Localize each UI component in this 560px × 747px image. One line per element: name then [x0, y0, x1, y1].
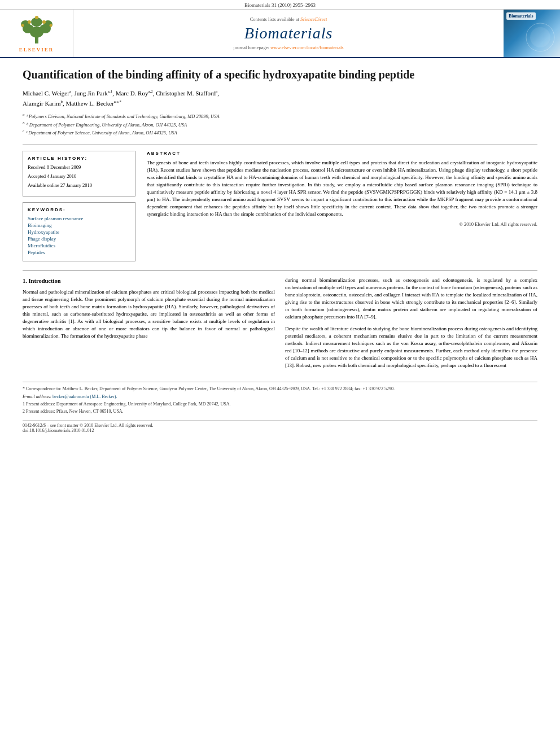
affiliation-c: c ᶜ Department of Polymer Science, Unive… — [23, 128, 537, 137]
article-history-box: Article history: Received 8 December 200… — [23, 151, 135, 196]
svg-point-9 — [21, 24, 24, 27]
affiliation-b: b ᵇ Department of Polymer Engineering, U… — [23, 120, 537, 129]
abstract-section: Abstract The genesis of bone and teeth i… — [147, 151, 537, 261]
footnote-correspondence: * Correspondence to: Matthew L. Becker, … — [23, 386, 537, 392]
svg-point-10 — [49, 24, 52, 27]
left-column: Article history: Received 8 December 200… — [23, 151, 135, 261]
keyword-3[interactable]: Hydroxyapatite — [28, 229, 130, 235]
article-history-label: Article history: — [28, 156, 130, 161]
elsevier-tree-icon — [17, 14, 56, 45]
cover-decoration-icon — [523, 20, 557, 54]
abstract-label: Abstract — [147, 151, 537, 156]
author-park: Jung Jin Parka,1, — [75, 90, 116, 97]
elsevier-logo: ELSEVIER — [17, 14, 56, 53]
accepted-date: Accepted 4 January 2010 — [28, 173, 130, 179]
keyword-1[interactable]: Surface plasmon resonance — [28, 216, 130, 221]
keyword-6[interactable]: Peptides — [28, 250, 130, 255]
intro-heading: 1. Introduction — [23, 277, 275, 285]
issn-line: 0142-9612/$ – see front matter © 2010 El… — [23, 423, 537, 428]
author-weiger: Michael C. Weigera, — [23, 90, 75, 97]
science-direct-line: Contents lists available at ScienceDirec… — [250, 16, 327, 22]
footnote-1: 1 Present address: Department of Aerospa… — [23, 401, 537, 407]
keywords-box: Keywords: Surface plasmon resonance Bioi… — [23, 202, 135, 261]
intro-para-2: during normal biomineralization processe… — [285, 277, 537, 321]
keyword-4[interactable]: Phage display — [28, 236, 130, 242]
article-title: Quantification of the binding affinity o… — [23, 67, 537, 82]
copyright-line: © 2010 Elsevier Ltd. All rights reserved… — [147, 221, 537, 227]
received-info: Received 8 December 2009 — [28, 164, 130, 170]
accepted-info: Accepted 4 January 2010 — [28, 173, 130, 179]
homepage-link[interactable]: www.elsevier.com/locate/biomaterials — [270, 45, 344, 50]
email-label: E-mail address: — [23, 394, 51, 399]
available-date: Available online 27 January 2010 — [28, 182, 130, 188]
journal-homepage: journal homepage: www.elsevier.com/locat… — [233, 45, 343, 50]
journal-citation: Biomaterials 31 (2010) 2955–2963 — [0, 0, 560, 10]
footnote-email: E-mail address: becker@uakron.edu (M.L. … — [23, 394, 537, 400]
svg-point-8 — [42, 20, 46, 24]
svg-point-7 — [28, 20, 31, 24]
affiliation-a: a ᵃ Polymers Division, National Institut… — [23, 112, 537, 120]
author-becker: Matthew L. Beckera,c,* — [66, 100, 121, 107]
received-date: Received 8 December 2009 — [28, 164, 130, 170]
keywords-label: Keywords: — [28, 207, 130, 212]
author-stafford: Christopher M. Stafforda, — [156, 90, 219, 97]
divider-top — [23, 145, 537, 145]
intro-para-1: Normal and pathological mineralization o… — [23, 289, 275, 340]
email-link[interactable]: becker@uakron.edu (M.L. Becker). — [53, 394, 117, 399]
body-col-left: 1. Introduction Normal and pathological … — [23, 277, 275, 374]
doi-line: doi:10.1016/j.biomaterials.2010.01.012 — [23, 428, 537, 433]
affiliations: a ᵃ Polymers Division, National Institut… — [23, 112, 537, 137]
svg-point-13 — [530, 27, 550, 47]
journal-title: Biomaterials — [244, 24, 333, 42]
biomaterials-badge: Biomaterials — [506, 12, 536, 20]
keyword-5[interactable]: Microfluidics — [28, 243, 130, 248]
author-roy: Marc D. Roya,2, — [116, 90, 156, 97]
body-col-right: during normal biomineralization processe… — [285, 277, 537, 374]
article-info-abstract-section: Article history: Received 8 December 200… — [23, 151, 537, 261]
author-karim: Alamgir Karimb, — [23, 100, 66, 107]
body-section: 1. Introduction Normal and pathological … — [23, 277, 537, 374]
divider-middle — [23, 270, 537, 271]
keyword-2[interactable]: Bioimaging — [28, 222, 130, 228]
footer-bottom: 0142-9612/$ – see front matter © 2010 El… — [23, 420, 537, 433]
intro-para-3: Despite the wealth of literature devoted… — [285, 325, 537, 369]
elsevier-logo-area: ELSEVIER — [0, 10, 73, 57]
available-info: Available online 27 January 2010 — [28, 182, 130, 188]
footer-notes: * Correspondence to: Matthew L. Becker, … — [23, 382, 537, 414]
journal-header: ELSEVIER Contents lists available at Sci… — [0, 10, 560, 58]
journal-cover-image: Biomaterials — [504, 10, 560, 57]
journal-title-area: Contents lists available at ScienceDirec… — [73, 10, 504, 57]
abstract-text: The genesis of bone and teeth involves h… — [147, 159, 537, 218]
citation-text: Biomaterials 31 (2010) 2955–2963 — [244, 2, 316, 8]
authors-line: Michael C. Weigera, Jung Jin Parka,1, Ma… — [23, 89, 537, 108]
footnote-2: 2 Present address: Pfizer, New Haven, CT… — [23, 408, 537, 414]
science-direct-link[interactable]: ScienceDirect — [300, 16, 327, 22]
svg-point-11 — [35, 16, 38, 19]
elsevier-wordmark: ELSEVIER — [19, 47, 54, 53]
main-content: Quantification of the binding affinity o… — [0, 58, 560, 442]
